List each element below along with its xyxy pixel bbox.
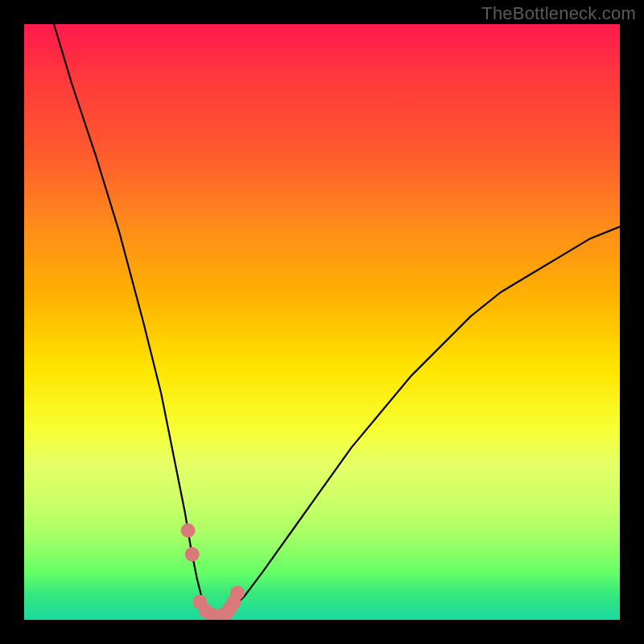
watermark-label: TheBottleneck.com [481,3,636,24]
highlight-dot [227,595,242,609]
highlight-dot [230,586,245,601]
highlight-dot [215,609,229,620]
highlight-dot [185,547,200,562]
highlight-dot [223,601,237,615]
bottleneck-curve [54,24,620,617]
highlight-dot [199,604,213,618]
plot-area [24,24,620,620]
highlight-dot [204,608,219,620]
highlight-dot [211,609,225,620]
highlight-dot [220,605,234,620]
chart-stage: TheBottleneck.com [0,0,644,644]
highlight-dot [181,523,196,538]
curve-svg [24,24,620,620]
highlight-dots [181,523,245,620]
highlight-dot [192,595,207,609]
